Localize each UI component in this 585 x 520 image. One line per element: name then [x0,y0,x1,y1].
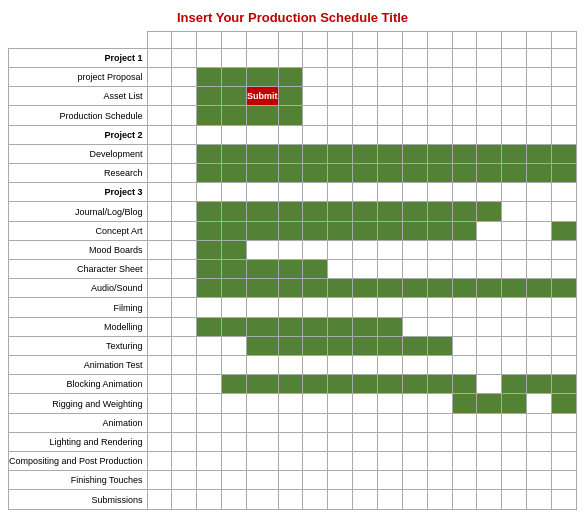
table-row: Asset ListSubmit [9,87,577,106]
table-row: Research [9,164,577,183]
table-row: Mood Boards [9,240,577,259]
table-row: Project 3 [9,183,577,202]
table-row: Project 2 [9,125,577,144]
table-row: Journal/Log/Blog [9,202,577,221]
table-row: Project 1 [9,48,577,67]
table-row: Development [9,144,577,163]
table-row: Production Schedule [9,106,577,125]
table-row: Filming [9,298,577,317]
table-row: Audio/Sound [9,279,577,298]
schedule-table: Project 1project ProposalAsset ListSubmi… [8,31,577,510]
table-row: Lighting and Rendering [9,432,577,451]
table-row: Concept Art [9,221,577,240]
table-row: Texturing [9,336,577,355]
table-row: project Proposal [9,68,577,87]
table-row: Compositing and Post Production [9,452,577,471]
table-row: Rigging and Weighting [9,394,577,413]
table-row: Character Sheet [9,260,577,279]
page-title: Insert Your Production Schedule Title [8,10,577,25]
table-row: Modelling [9,317,577,336]
table-row: Animation [9,413,577,432]
table-row: Blocking Animation [9,375,577,394]
table-row: Animation Test [9,356,577,375]
table-row: Finishing Touches [9,471,577,490]
table-row: Submissions [9,490,577,510]
